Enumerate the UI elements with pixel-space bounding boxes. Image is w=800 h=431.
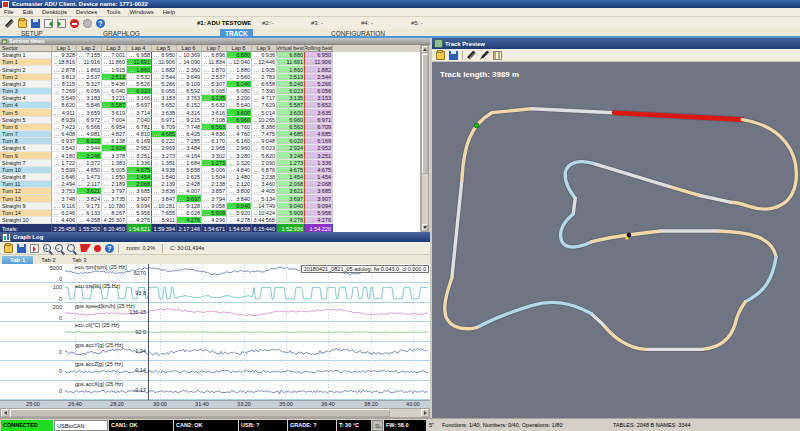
leader-dots [204,141,209,143]
read-icon[interactable] [44,19,53,28]
device-slot-2[interactable]: #2: - [262,20,274,26]
save-icon[interactable] [17,244,26,253]
record-icon[interactable] [94,245,101,252]
device-slot-1[interactable]: #1: ADU TESTOWE [197,20,251,26]
time-value: 7:269 [61,88,76,94]
leader-dots [79,113,84,115]
time-cell: 9:328 [52,52,77,59]
edit-icon[interactable] [480,51,489,60]
time-value: 4:276 [289,217,304,223]
help-icon[interactable] [105,244,114,253]
leader-dots [79,70,84,72]
status-item: T: 30 °C [337,420,371,431]
table-row: Turn 23:8132:5372:5132:5322:5443:6492:53… [0,74,420,81]
leader-dots [254,206,256,208]
marker-icon[interactable] [78,244,91,252]
leader-dots [104,77,109,79]
graph-tab-2[interactable]: Tab 2 [33,256,64,264]
menu-item-help[interactable]: Help [163,9,175,15]
time-cell: 4:358 [77,217,102,224]
time-value: 4:406 [61,217,76,223]
menu-item-tools[interactable]: Tools [106,9,120,15]
export-icon[interactable] [30,244,39,253]
toolbar-separator [462,51,463,60]
table-row: Straight 38:1155:3275:4365:5265:2669:109… [0,81,420,88]
save-icon[interactable] [31,19,40,28]
time-value: 4:836 [211,131,226,137]
zoom-level-label: zoom: 0,2% [126,245,155,251]
column-header-label: Rolling best [305,45,333,51]
device-slot-4[interactable]: #4: - [361,20,373,26]
gear-icon[interactable] [83,19,92,28]
open-icon[interactable] [4,244,13,253]
leader-dots [179,55,181,57]
column-header-label: Lap 6 [182,45,197,51]
time-cell: 6:936 [252,52,277,59]
open-icon[interactable] [436,51,445,60]
time-value: 6:563 [211,124,226,130]
leader-dots [154,98,159,100]
zoom-in-icon[interactable] [43,244,51,252]
time-value: 6:152 [186,102,201,108]
leader-dots [54,177,59,179]
device-slot-3[interactable]: #3: - [311,20,323,26]
leader-dots [279,220,287,222]
time-cell: 2:428 [177,181,202,188]
time-cell: 3:836 [152,188,177,195]
time-gridline [371,264,372,400]
help-icon[interactable] [96,19,105,28]
column-header: Lap 8 [227,45,252,52]
tab-track[interactable]: TRACK [220,29,253,38]
tool-icon[interactable] [467,51,476,60]
time-value: 3:251 [136,153,151,159]
write-icon[interactable] [57,19,66,28]
save-icon[interactable] [449,51,458,60]
menu-item-devices[interactable]: Devices [76,9,97,15]
leader-dots [229,148,234,150]
tool-icon[interactable] [5,19,14,28]
leader-dots [54,120,59,122]
zoom-fit-icon[interactable] [67,244,75,252]
leader-dots [179,163,184,165]
time-value: 2:965 [211,145,226,151]
leader-dots [154,127,159,129]
tab-configuration[interactable]: CONFIGURATION [326,29,390,38]
time-cell: 6:138 [102,138,127,145]
time-value: 4:938 [161,167,176,173]
menu-item-edit[interactable]: Edit [23,9,33,15]
track-map[interactable]: Track length: 3989 m [432,62,800,418]
time-cell: 6:880 [227,52,252,59]
graph-scrollbar[interactable] [0,408,430,418]
time-cell: 3:635 [305,109,333,116]
graph-plot-area[interactable]: ecu.rpm[rpm] (25 Hz)500006270ecu.tps[%] … [0,264,430,400]
graph-cursor-line[interactable] [148,264,149,400]
y-axis-max-label: 100 [42,284,62,290]
sectors-icon[interactable] [493,51,502,60]
time-cell: 5:240 [227,81,252,88]
device-slot-5[interactable]: #5: - [411,20,423,26]
open-icon[interactable] [18,19,27,28]
menu-item-desktops[interactable]: Desktops [42,9,67,15]
time-cell: 2:960 [227,145,252,152]
leader-dots [204,156,209,158]
time-cell: 4:164 [177,152,202,159]
leader-dots [104,184,109,186]
stop-icon[interactable] [70,19,79,28]
graph-tab-1[interactable]: Tab 1 [2,256,33,264]
menu-item-windows[interactable]: Windows [129,9,153,15]
sector-name-cell: Straight 1 [0,52,52,59]
time-value: 6:425 [186,131,201,137]
leader-dots [54,206,60,208]
table-scrollbar[interactable] [421,45,429,232]
leader-dots [204,113,209,115]
menu-item-file[interactable]: File [4,9,14,15]
sector-name-cell: Turn 1 [0,59,52,66]
totals-cell: 1:55:292 [77,224,102,232]
graph-tab-3[interactable]: Tab 3 [64,256,95,264]
time-cell: 2:238 [252,174,277,181]
zoom-out-icon[interactable] [55,244,63,252]
track-segment-turn [462,109,532,181]
leader-dots [279,170,287,172]
tab-graphlog[interactable]: GRAPHLOG [98,29,145,38]
leader-dots [154,206,156,208]
